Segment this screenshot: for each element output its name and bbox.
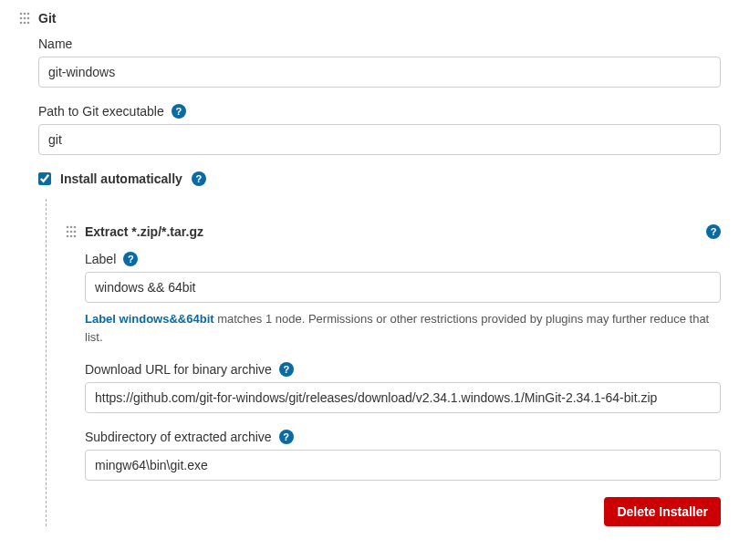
installer-section: Extract *.zip/*.tar.gz ? Label ? Label w…	[46, 199, 721, 526]
install-auto-label: Install automatically	[60, 171, 182, 186]
label-label: Label	[85, 252, 116, 266]
svg-point-2	[27, 13, 30, 16]
download-url-label: Download URL for binary archive	[85, 362, 272, 377]
section-title: Git	[38, 11, 56, 26]
svg-point-9	[67, 226, 69, 229]
subdirectory-label: Subdirectory of extracted archive	[85, 430, 272, 444]
name-label: Name	[38, 36, 72, 51]
git-section-header: Git	[18, 11, 721, 26]
help-icon[interactable]: ?	[123, 252, 138, 266]
help-icon[interactable]: ?	[172, 104, 186, 119]
svg-point-0	[20, 13, 23, 16]
label-field-group: Label ? Label windows&&64bit matches 1 n…	[85, 252, 721, 346]
help-icon[interactable]: ?	[192, 171, 206, 186]
path-input[interactable]	[38, 124, 721, 155]
label-match-link[interactable]: Label windows&&64bit	[85, 312, 214, 326]
name-field-group: Name	[38, 36, 721, 88]
svg-point-5	[27, 17, 30, 20]
svg-point-11	[74, 226, 77, 229]
drag-handle-icon[interactable]	[65, 225, 78, 238]
name-input[interactable]	[38, 57, 721, 88]
svg-point-15	[67, 235, 69, 238]
install-auto-row: Install automatically ?	[38, 171, 721, 186]
svg-point-12	[67, 231, 69, 233]
help-icon[interactable]: ?	[279, 362, 294, 377]
svg-point-6	[20, 22, 23, 25]
installer-title: Extract *.zip/*.tar.gz	[85, 224, 699, 239]
svg-point-16	[70, 235, 73, 238]
path-field-group: Path to Git executable ?	[38, 104, 721, 155]
svg-point-7	[24, 22, 26, 25]
label-help-text: Label windows&&64bit matches 1 node. Per…	[85, 310, 721, 346]
svg-point-8	[27, 22, 30, 25]
help-icon[interactable]: ?	[706, 224, 721, 239]
delete-installer-button[interactable]: Delete Installer	[604, 497, 721, 526]
path-label: Path to Git executable	[38, 104, 164, 119]
svg-point-13	[70, 231, 73, 233]
svg-point-4	[24, 17, 26, 20]
svg-point-14	[74, 231, 77, 233]
subdirectory-input[interactable]	[85, 450, 721, 481]
download-url-input[interactable]	[85, 382, 721, 413]
subdirectory-field-group: Subdirectory of extracted archive ?	[85, 430, 721, 481]
svg-point-1	[24, 13, 26, 16]
drag-handle-icon[interactable]	[18, 12, 31, 25]
installer-header: Extract *.zip/*.tar.gz ?	[65, 199, 721, 239]
svg-point-3	[20, 17, 23, 20]
svg-point-17	[74, 235, 77, 238]
help-icon[interactable]: ?	[279, 430, 294, 444]
install-auto-checkbox[interactable]	[38, 172, 51, 185]
svg-point-10	[70, 226, 73, 229]
button-row: Delete Installer	[65, 497, 721, 526]
download-url-field-group: Download URL for binary archive ?	[85, 362, 721, 413]
label-input[interactable]	[85, 272, 721, 303]
